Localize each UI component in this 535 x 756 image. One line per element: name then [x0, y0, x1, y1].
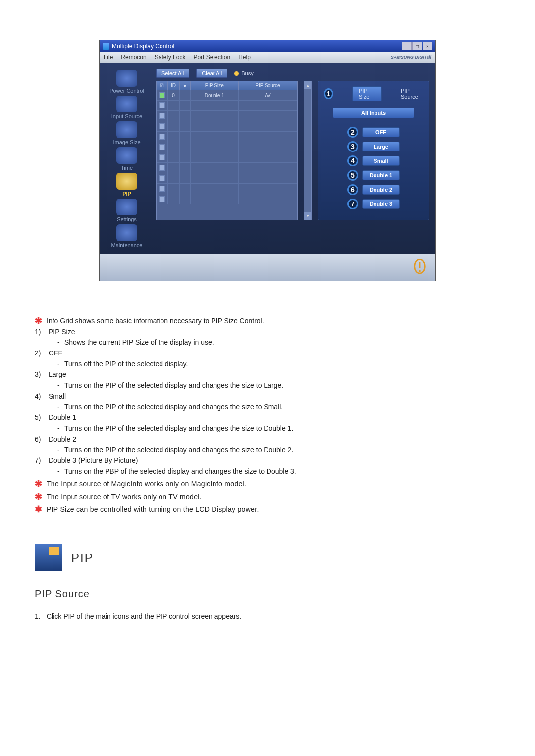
- item-num: 2): [35, 348, 49, 359]
- item-num: 3): [35, 369, 49, 380]
- titlebar: Multiple Display Control – □ ×: [100, 40, 435, 52]
- empty-check: [159, 102, 165, 108]
- item-title: PIP Size: [49, 327, 75, 338]
- menu-port-selection[interactable]: Port Selection: [193, 54, 230, 61]
- close-button[interactable]: ×: [423, 42, 432, 50]
- grid-scrollbar[interactable]: ▴ ▾: [304, 81, 312, 220]
- pip-off-button[interactable]: OFF: [362, 127, 400, 137]
- grid-row-empty: [157, 194, 297, 204]
- sidebar-item-pip[interactable]: PIP: [102, 172, 152, 197]
- star-icon: ✱: [35, 479, 47, 490]
- item-sub: Turns on the PIP of the selected display…: [64, 380, 283, 391]
- maximize-button[interactable]: □: [412, 42, 422, 50]
- scroll-up-icon[interactable]: ▴: [304, 81, 311, 89]
- pip-double3-button[interactable]: Double 3: [362, 199, 400, 209]
- item-sub: Turns off the PIP of the selected displa…: [64, 359, 188, 370]
- clear-all-button[interactable]: Clear All: [196, 69, 227, 78]
- col-pip-size: PIP Size: [190, 81, 238, 90]
- status-bar: [100, 254, 435, 281]
- item-title: OFF: [49, 348, 62, 359]
- warning-icon: [413, 259, 427, 276]
- callout-4: 4: [347, 155, 358, 166]
- grid-row-empty: [157, 101, 297, 111]
- app-icon: [103, 43, 109, 50]
- grid-row-0[interactable]: 0 Double 1 AV: [157, 90, 297, 101]
- row-pip-size: Double 1: [190, 90, 238, 101]
- empty-check: [159, 144, 165, 150]
- menu-remocon[interactable]: Remocon: [121, 54, 146, 61]
- select-all-button[interactable]: Select All: [156, 69, 189, 78]
- pip-double1-button[interactable]: Double 1: [362, 170, 400, 180]
- minimize-button[interactable]: –: [402, 42, 412, 50]
- callout-2: 2: [347, 127, 358, 138]
- menu-help[interactable]: Help: [238, 54, 251, 61]
- row-check[interactable]: [159, 92, 165, 98]
- note-text: The Input source of TV works only on TV …: [47, 492, 202, 503]
- section-title: PIP: [71, 549, 94, 567]
- menu-safety-lock[interactable]: Safety Lock: [155, 54, 186, 61]
- sidebar-item-power-control[interactable]: Power Control: [102, 69, 152, 94]
- grid-row-empty: [157, 152, 297, 163]
- time-icon: [116, 147, 137, 164]
- star-icon: ✱: [35, 504, 47, 515]
- mdc-window: Multiple Display Control – □ × File Remo…: [99, 40, 436, 281]
- item-sub: Turns on the PIP of the selected display…: [64, 445, 293, 455]
- item-num: 5): [35, 412, 49, 423]
- section-subtitle: PIP Source: [35, 586, 500, 602]
- item-title: Small: [49, 391, 66, 402]
- row-id: 0: [167, 90, 179, 101]
- menu-file[interactable]: File: [104, 54, 113, 61]
- item-num: 4): [35, 391, 49, 402]
- pip-double2-button[interactable]: Double 2: [362, 185, 400, 195]
- intro-text: Info Grid shows some basic information n…: [47, 316, 264, 327]
- pip-small-button[interactable]: Small: [362, 156, 400, 166]
- busy-dot-icon: [234, 71, 239, 76]
- grid-row-empty: [157, 121, 297, 132]
- sidebar-item-input-source[interactable]: Input Source: [102, 95, 152, 119]
- item-num: 7): [35, 455, 49, 466]
- item-num: 6): [35, 434, 49, 445]
- empty-check: [159, 154, 165, 160]
- col-pip-source: PIP Source: [238, 81, 297, 90]
- note-text: The Input source of MagicInfo works only…: [47, 479, 246, 490]
- callout-1: 1: [324, 88, 333, 99]
- sidebar-item-image-size[interactable]: Image Size: [102, 120, 152, 145]
- star-icon: ✱: [35, 492, 47, 503]
- empty-check: [159, 196, 165, 202]
- empty-check: [159, 165, 165, 171]
- grid-row-empty: [157, 173, 297, 184]
- busy-indicator: Busy: [234, 70, 253, 76]
- sidebar-item-time[interactable]: Time: [102, 146, 152, 171]
- pip-large-button[interactable]: Large: [362, 142, 400, 151]
- item-num: 1): [35, 327, 49, 338]
- callout-5: 5: [347, 170, 358, 181]
- sidebar-item-settings[interactable]: Settings: [102, 198, 152, 222]
- brand-label: SAMSUNG DIGITall: [391, 55, 431, 60]
- grid-header-row: ☑ ID ● PIP Size PIP Source: [157, 81, 297, 90]
- all-inputs-label: All Inputs: [333, 108, 414, 118]
- sidebar: Power Control Input Source Image Size Ti…: [100, 63, 154, 254]
- grid-row-empty: [157, 111, 297, 121]
- item-sub: Turns on the PBP of the selected display…: [64, 466, 296, 477]
- scroll-down-icon[interactable]: ▾: [304, 212, 311, 220]
- sidebar-item-maintenance[interactable]: Maintenance: [102, 223, 152, 248]
- imagesize-icon: [116, 121, 137, 138]
- pip-size-header-button[interactable]: PIP Size: [352, 86, 382, 101]
- main-area: Select All Clear All Busy ☑ ID ● PIP Siz…: [154, 63, 435, 254]
- grid-row-empty: [157, 163, 297, 173]
- item-title: Double 2: [49, 434, 76, 445]
- step-num: 1.: [35, 611, 47, 622]
- power-icon: [116, 70, 137, 87]
- note-text: PIP Size can be controlled with turning …: [47, 504, 259, 515]
- item-sub: Shows the current PIP Size of the displa…: [64, 337, 214, 348]
- item-title: Double 1: [49, 412, 76, 423]
- grid-row-empty: [157, 142, 297, 152]
- svg-point-2: [419, 270, 421, 272]
- item-title: Large: [49, 369, 66, 380]
- star-icon: ✱: [35, 316, 47, 327]
- step-text: Click PIP of the main icons and the PIP …: [47, 611, 241, 622]
- pip-panel: 1 PIP Size PIP Source All Inputs 2OFF 3L…: [318, 81, 429, 220]
- callout-7: 7: [347, 199, 358, 209]
- doc-body: ✱Info Grid shows some basic information …: [35, 316, 500, 622]
- col-check: ☑: [157, 81, 167, 90]
